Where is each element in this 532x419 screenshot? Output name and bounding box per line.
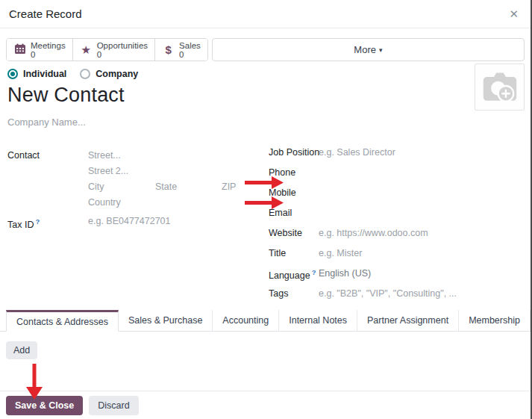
tab-contacts-addresses[interactable]: Contacts & Addresses bbox=[6, 310, 119, 332]
country-input[interactable]: Country bbox=[88, 195, 121, 211]
job-position-input[interactable]: e.g. Sales Director bbox=[319, 147, 395, 158]
radio-company-label: Company bbox=[96, 69, 138, 79]
create-record-modal: Create Record ✕ Meetings 0 ★ Opportuniti… bbox=[0, 0, 532, 419]
company-type-selector: Individual Company bbox=[7, 69, 531, 79]
city-input[interactable]: City bbox=[88, 179, 155, 195]
more-button[interactable]: More ▾ bbox=[212, 38, 525, 61]
street2-input[interactable]: Street 2... bbox=[88, 164, 128, 179]
tax-id-input[interactable]: e.g. BE0477472701 bbox=[88, 214, 171, 233]
calendar-icon bbox=[13, 43, 26, 57]
website-input[interactable]: e.g. https://www.odoo.com bbox=[319, 228, 428, 238]
dollar-icon: $ bbox=[162, 43, 175, 56]
modal-footer: Save & Close Discard bbox=[0, 391, 531, 419]
website-label: Website bbox=[269, 228, 319, 238]
radio-company-circle[interactable] bbox=[80, 69, 90, 79]
company-name-input[interactable]: Company Name... bbox=[7, 117, 531, 128]
sales-count: 0 bbox=[179, 50, 201, 59]
sales-label: Sales bbox=[179, 41, 201, 50]
save-close-button[interactable]: Save & Close bbox=[6, 396, 83, 415]
tax-id-label: Tax ID? bbox=[7, 214, 88, 233]
street-input[interactable]: Street... bbox=[88, 148, 121, 164]
help-icon: ? bbox=[312, 268, 316, 276]
notebook-tabs: Contacts & Addresses Sales & Purchase Ac… bbox=[0, 310, 531, 332]
star-icon: ★ bbox=[80, 43, 93, 57]
zip-input[interactable]: ZIP bbox=[222, 179, 236, 195]
sales-button[interactable]: $ Sales 0 bbox=[154, 39, 207, 60]
meetings-button[interactable]: Meetings 0 bbox=[7, 39, 72, 60]
job-position-label: Job Position bbox=[269, 147, 319, 158]
modal-header: Create Record ✕ bbox=[0, 0, 531, 28]
radio-company[interactable]: Company bbox=[80, 69, 138, 79]
form-right-column: Job Position e.g. Sales Director Phone M… bbox=[269, 146, 523, 308]
contact-name-input[interactable]: New Contact bbox=[7, 84, 531, 107]
contact-form: Contact Street... Street 2... City State… bbox=[7, 146, 523, 308]
radio-individual[interactable]: Individual bbox=[7, 69, 66, 79]
email-label: Email bbox=[269, 208, 319, 218]
tab-sales-purchase[interactable]: Sales & Purchase bbox=[119, 310, 213, 331]
language-select[interactable]: English (US) bbox=[319, 268, 371, 279]
phone-label: Phone bbox=[269, 167, 319, 178]
tab-partner-assignment[interactable]: Partner Assignment bbox=[357, 310, 459, 331]
modal-title: Create Record bbox=[9, 7, 82, 20]
opportunities-button[interactable]: ★ Opportunities 0 bbox=[72, 39, 154, 60]
contact-address-label: Contact bbox=[7, 148, 88, 164]
language-label: Language? bbox=[269, 268, 319, 281]
tags-label: Tags bbox=[269, 288, 319, 299]
camera-plus-icon bbox=[481, 69, 519, 106]
add-button[interactable]: Add bbox=[6, 341, 37, 359]
meetings-count: 0 bbox=[31, 50, 66, 59]
more-label: More bbox=[354, 44, 376, 55]
tags-input[interactable]: e.g. "B2B", "VIP", "Consulting", ... bbox=[319, 288, 457, 299]
discard-button[interactable]: Discard bbox=[89, 396, 138, 415]
form-left-column: Contact Street... Street 2... City State… bbox=[7, 146, 269, 308]
tab-internal-notes[interactable]: Internal Notes bbox=[279, 310, 357, 331]
tab-accounting[interactable]: Accounting bbox=[213, 310, 279, 331]
stat-button-row: Meetings 0 ★ Opportunities 0 $ Sales 0 bbox=[6, 38, 525, 61]
tab-content: Add bbox=[0, 332, 531, 359]
stat-button-group: Meetings 0 ★ Opportunities 0 $ Sales 0 bbox=[6, 38, 208, 61]
close-icon[interactable]: ✕ bbox=[506, 7, 522, 21]
title-input[interactable]: e.g. Mister bbox=[319, 248, 362, 258]
title-label: Title bbox=[269, 248, 319, 258]
meetings-label: Meetings bbox=[31, 41, 66, 50]
avatar-upload[interactable] bbox=[475, 63, 525, 111]
radio-individual-label: Individual bbox=[23, 69, 66, 79]
opportunities-label: Opportunities bbox=[97, 41, 148, 50]
tab-membership[interactable]: Membership bbox=[459, 310, 531, 331]
opportunities-count: 0 bbox=[97, 50, 148, 59]
mobile-label: Mobile bbox=[269, 187, 319, 198]
state-input[interactable]: State bbox=[155, 179, 222, 195]
help-icon: ? bbox=[35, 217, 40, 226]
radio-individual-circle[interactable] bbox=[7, 69, 18, 79]
chevron-down-icon: ▾ bbox=[379, 46, 383, 54]
